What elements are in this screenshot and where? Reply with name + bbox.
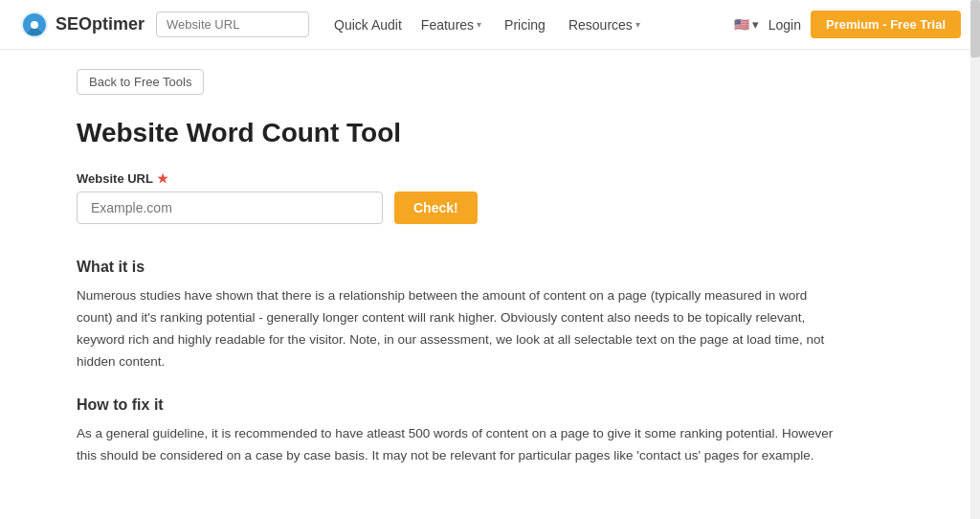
scrollbar-track	[970, 0, 980, 519]
quick-audit-link[interactable]: Quick Audit	[324, 11, 412, 38]
features-link[interactable]: Features ▾	[412, 11, 491, 38]
url-form: Check!	[77, 192, 842, 224]
logo-text: SEOptimer	[56, 14, 145, 34]
check-button[interactable]: Check!	[394, 192, 478, 224]
what-it-is-body: Numerous studies have shown that there i…	[77, 285, 842, 373]
main-content: Back to Free Tools Website Word Count To…	[0, 50, 919, 519]
premium-button[interactable]: Premium - Free Trial	[811, 11, 961, 38]
resources-link[interactable]: Resources ▾	[559, 11, 650, 38]
url-field-label: Website URL ★	[77, 171, 842, 186]
flag-chevron-icon: ▾	[752, 17, 759, 32]
page-title: Website Word Count Tool	[77, 118, 842, 148]
logo-icon	[19, 10, 50, 40]
svg-point-1	[31, 21, 38, 29]
how-to-fix-body: As a general guideline, it is recommende…	[77, 423, 842, 467]
logo-link[interactable]: SEOptimer	[19, 10, 145, 40]
login-link[interactable]: Login	[768, 17, 801, 33]
flag-icon: 🇺🇸	[734, 17, 749, 32]
what-it-is-title: What it is	[77, 259, 842, 276]
website-url-input-nav[interactable]	[156, 11, 309, 37]
nav-search-area	[156, 11, 309, 37]
pricing-link[interactable]: Pricing	[495, 11, 555, 38]
navbar: SEOptimer Quick Audit Features ▾ Pricing…	[0, 0, 980, 50]
back-to-free-tools-link[interactable]: Back to Free Tools	[77, 69, 204, 95]
resources-chevron-icon: ▾	[635, 19, 640, 30]
website-url-input[interactable]	[77, 192, 383, 224]
required-star: ★	[157, 171, 168, 186]
features-chevron-icon: ▾	[477, 19, 481, 30]
language-selector[interactable]: 🇺🇸 ▾	[734, 17, 759, 32]
nav-links: Features ▾ Pricing Resources ▾	[412, 11, 734, 38]
nav-right: 🇺🇸 ▾ Login Premium - Free Trial	[734, 11, 961, 38]
scrollbar-thumb[interactable]	[970, 0, 980, 57]
how-to-fix-title: How to fix it	[77, 396, 842, 414]
